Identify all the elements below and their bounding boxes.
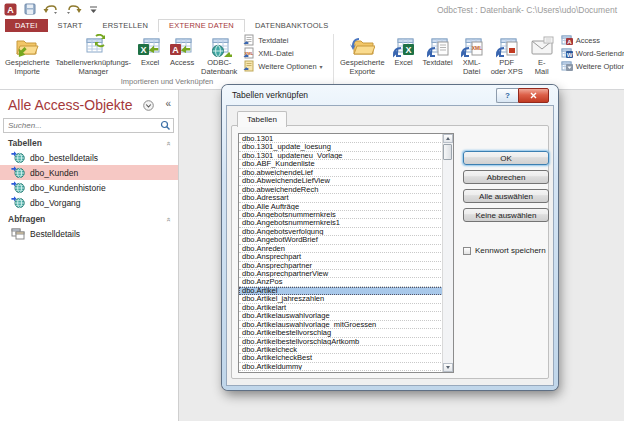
excel-import-icon: X (137, 33, 163, 58)
scroll-up-icon[interactable] (443, 134, 453, 143)
ribbon-button-pdf-oder-xps[interactable]: PDFoder XPS (488, 32, 526, 76)
table-list-item[interactable]: dbo.Artikelcheck (239, 346, 443, 354)
table-list-item[interactable]: dbo.Adressart (239, 194, 443, 202)
button-label: XML-Datei (258, 49, 293, 58)
table-list-item[interactable]: dbo.Angebotsnummernkreis (239, 211, 443, 219)
table-list-item[interactable]: dbo.Angebotsverfolgung (239, 228, 443, 236)
table-list-item[interactable]: dbo.1301_update_loesung (239, 143, 443, 151)
table-list-item[interactable]: dbo.Ansprechpart (239, 253, 443, 261)
sidebar-item-dbo-vorgang[interactable]: dbo_Vorgang (0, 195, 178, 210)
table-list-item[interactable]: dbo.Ansprechpartner (239, 262, 443, 270)
table-list-item[interactable]: dbo.Artikelauswahlvorlage_mitGroessen (239, 321, 443, 329)
ribbon-button-weitere-optionen[interactable]: Weitere Optionen▾ (561, 60, 624, 72)
redo-icon[interactable] (66, 4, 82, 15)
ribbon-button-word-seriendruck[interactable]: WWord-Seriendruck (561, 47, 624, 59)
keine-auswählen-button[interactable]: Keine auswählen (463, 208, 549, 222)
table-list-item[interactable]: dbo.AngebotWordBrief (239, 236, 443, 244)
scrollbar-thumb[interactable] (443, 144, 452, 160)
table-listbox[interactable]: dbo.1301dbo.1301_update_loesungdbo.1301_… (238, 133, 454, 373)
ribbon-button-xml-datei[interactable]: XMLXML-Datei (456, 32, 488, 76)
table-list-item[interactable]: dbo.1301 (239, 135, 443, 143)
ribbon-button-weitere-optionen[interactable]: Weitere Optionen▾ (243, 60, 322, 72)
table-list-item[interactable]: dbo.ABF_Kundenliste (239, 160, 443, 168)
table-list-item[interactable]: dbo.AbweichendeLiefView (239, 177, 443, 185)
table-list-item[interactable]: dbo.Artikelbestellvorschlag (239, 329, 443, 337)
table-list-item[interactable]: dbo.abweichendeLief (239, 169, 443, 177)
table-list-item[interactable]: dbo.AnsprechpartnerView (239, 270, 443, 278)
nav-menu-dropdown-icon[interactable] (143, 100, 154, 111)
linked-table-manager-icon (80, 33, 106, 58)
dialog-close-button[interactable] (518, 88, 549, 103)
tab-tabellen[interactable]: Tabellen (237, 111, 287, 127)
ribbon-button-e-mail[interactable]: E-Mail (526, 32, 558, 76)
search-box[interactable] (3, 118, 174, 133)
svg-text:A: A (172, 45, 179, 55)
ribbon-button-access[interactable]: AAccess (561, 34, 624, 46)
save-password-label: Kennwort speichern (475, 246, 546, 255)
sidebar-item-dbo-kundenhistorie[interactable]: dbo_Kundenhistorie (0, 180, 178, 195)
sidebar-item-dbo-bestelldetails[interactable]: dbo_bestelldetails (0, 150, 178, 165)
tab-erstellen[interactable]: ERSTELLEN (92, 19, 158, 32)
table-list-item[interactable]: dbo.Angebotsnummernkreis1 (239, 219, 443, 227)
title-bar: A OdbcTest : Datenbank- C:\Users\udo\Doc… (0, 0, 624, 19)
link-tables-dialog: Tabellen verknüpfen ? Tabellen dbo.1301d… (222, 85, 558, 390)
button-label: E- (535, 58, 549, 67)
navigation-pane-title[interactable]: Alle Access-Objekte (8, 97, 133, 113)
access-app-icon[interactable]: A (4, 3, 17, 16)
abbrechen-button[interactable]: Abbrechen (463, 170, 549, 184)
tab-externe-daten[interactable]: EXTERNE DATEN (158, 19, 245, 32)
table-list-item[interactable]: dbo.Artikel_jahreszahlen (239, 295, 443, 303)
ribbon-button-gespeicherte-importe[interactable]: GespeicherteImporte (2, 32, 53, 76)
table-list-item[interactable]: dbo.Artikel (239, 287, 443, 295)
table-list-item[interactable]: dbo.Alle Aufträge (239, 203, 443, 211)
table-list-item[interactable]: dbo.ArtikelbestellvorschlagArtkomb (239, 338, 443, 346)
access-import-icon: A (169, 33, 195, 58)
ribbon-group-export: GespeicherteExporteXExcelTextdateiXMLXML… (337, 32, 624, 88)
dialog-help-button[interactable]: ? (496, 88, 518, 103)
button-label: Textdatei (258, 36, 288, 45)
ribbon-button-excel[interactable]: XExcel (134, 32, 166, 67)
shutter-bar-collapse-icon[interactable]: « (165, 98, 171, 109)
button-label: Weitere Optionen (576, 62, 624, 71)
qat-customize-icon[interactable] (89, 5, 98, 14)
table-list-item[interactable]: dbo.AnzPos (239, 278, 443, 286)
ribbon-button-access[interactable]: AAccess (166, 32, 198, 67)
ribbon-button-xml-datei[interactable]: XMLXML-Datei (243, 47, 322, 59)
save-password-checkbox[interactable] (463, 247, 471, 255)
save-icon[interactable] (24, 3, 36, 15)
tab-start[interactable]: START (48, 19, 93, 32)
table-list-item[interactable]: dbo.abweichendeRech (239, 186, 443, 194)
sidebar-section-abfragen[interactable]: Abfragen» (0, 210, 178, 226)
sidebar-item-dbo-kunden[interactable]: dbo_Kunden (0, 165, 178, 180)
ok-button[interactable]: OK (463, 151, 549, 165)
ribbon-button-tabellenverknüpfungs-manager[interactable]: Tabellenverknüpfungs-Manager (53, 32, 134, 76)
item-label: Bestelldetails (30, 229, 80, 239)
search-input[interactable] (4, 119, 173, 132)
table-list-item[interactable]: dbo.Artikelart (239, 304, 443, 312)
listbox-scrollbar[interactable] (442, 134, 453, 372)
ribbon-button-textdatei[interactable]: Textdatei (420, 32, 456, 67)
ribbon-button-textdatei[interactable]: Textdatei (243, 34, 322, 46)
save-password-row: Kennwort speichern (463, 246, 546, 255)
button-label: Manager (56, 67, 131, 76)
collapse-chevron-icon[interactable]: » (163, 217, 172, 221)
tab-datei[interactable]: DATEI (5, 19, 48, 32)
table-list-item[interactable]: dbo.1301_updateneu_Vorlage (239, 152, 443, 160)
ribbon-button-gespeicherte-exporte[interactable]: GespeicherteExporte (337, 32, 388, 76)
ribbon-button-excel[interactable]: XExcel (388, 32, 420, 67)
sidebar-item-bestelldetails[interactable]: Bestelldetails (0, 226, 178, 241)
tab-datenbanktools[interactable]: DATENBANKTOOLS (245, 19, 338, 32)
linked-table-icon (11, 151, 25, 164)
collapse-chevron-icon[interactable]: » (163, 141, 172, 145)
table-list-item[interactable]: dbo.Artikelauswahlvorlage (239, 312, 443, 320)
table-list-item[interactable]: dbo.Anreden (239, 245, 443, 253)
ribbon-button-odbc-datenbank[interactable]: ODBC-Datenbank (198, 32, 240, 76)
scroll-down-icon[interactable] (443, 363, 453, 372)
alle-auswählen-button[interactable]: Alle auswählen (463, 189, 549, 203)
item-label: dbo_Vorgang (30, 198, 81, 208)
undo-icon[interactable] (43, 4, 59, 15)
table-list-item[interactable]: dbo.Artikeldummy (239, 363, 443, 371)
table-list-item[interactable]: dbo.ArtikelcheckBest (239, 354, 443, 362)
more-options-export-icon (561, 60, 573, 72)
sidebar-section-tabellen[interactable]: Tabellen» (0, 134, 178, 150)
